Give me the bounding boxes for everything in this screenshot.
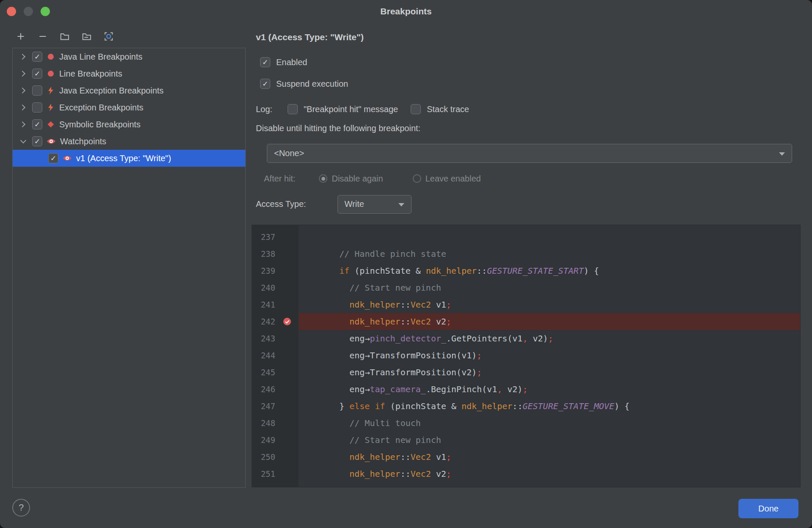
line-number: 238 [261,249,275,258]
code-text: ndk_helper::Vec2 v2; [299,313,800,330]
code-line-239: 239 if (pinchState & ndk_helper::GESTURE… [252,262,800,279]
breakpoint-slot [275,228,299,245]
group-by-file-button[interactable] [57,29,72,44]
chevron-down-icon[interactable] [18,140,29,143]
access-type-select[interactable]: Write [337,195,411,214]
breakpoint-slot [275,279,299,296]
tree-item-label: Symbolic Breakpoints [59,120,140,129]
tree-item-5[interactable]: Watchpoints [13,133,245,150]
code-line-244: 244 eng→TransformPosition(v1); [252,347,800,364]
line-number: 247 [261,402,275,411]
chevron-right-icon[interactable] [18,88,29,93]
access-type-value: Write [345,199,364,209]
tree-item-checkbox[interactable] [32,136,42,146]
tree-item-checkbox[interactable] [32,52,42,62]
code-text: ndk_helper::Vec2 v1; [299,448,800,465]
line-number: 245 [261,368,275,377]
close-button[interactable] [7,7,16,16]
line-number: 243 [261,334,275,343]
chevron-down-icon [779,152,785,156]
stack-trace-checkbox[interactable] [411,104,421,114]
code-preview-editor[interactable]: 237238 // Handle pinch state239 if (pinc… [252,225,801,487]
tree-item-checkbox[interactable] [48,153,58,163]
tree-item-label: Java Exception Breakpoints [59,86,164,96]
eye-icon [63,155,72,162]
chevron-right-icon[interactable] [18,55,29,59]
code-line-238: 238 // Handle pinch state [252,245,800,262]
remove-breakpoint-button[interactable] [35,29,50,44]
tree-item-6[interactable]: v1 (Access Type: "Write") [13,150,245,167]
enabled-row: Enabled [260,56,307,68]
after-hit-options: Disable againLeave enabled [319,174,480,184]
tree-item-checkbox[interactable] [32,119,42,129]
breakpoint-slot [275,364,299,381]
group-by-package-button[interactable] [79,29,94,44]
breakpoints-dialog: Breakpoints Java Line BreakpointsLine Br… [0,0,812,528]
minimize-button[interactable] [24,7,33,16]
after-hit-option-0[interactable]: Disable again [319,174,383,184]
line-number: 250 [261,452,275,462]
tree-item-checkbox[interactable] [32,85,42,96]
tree-item-checkbox[interactable] [32,69,42,79]
titlebar: Breakpoints [0,0,812,23]
disable-until-select[interactable]: <None> [267,144,792,163]
disable-until-value: <None> [274,148,304,158]
code-text: eng→tap_camera_.BeginPinch(v1, v2); [299,381,800,398]
help-button[interactable]: ? [12,499,30,517]
breakpoint-slot [275,245,299,262]
code-text [299,228,800,245]
code-line-249: 249 // Start new pinch [252,432,800,448]
done-button[interactable]: Done [738,499,798,518]
chevron-down-icon [398,203,404,206]
line-number: 242 [261,317,275,326]
line-number: 251 [261,469,275,478]
window-title: Breakpoints [0,0,812,23]
tree-item-4[interactable]: Symbolic Breakpoints [13,116,245,133]
code-line-237: 237 [252,228,800,245]
tree-item-1[interactable]: Line Breakpoints [13,65,245,82]
radio-label: Leave enabled [425,174,481,184]
line-number: 248 [261,418,275,428]
code-text: if (pinchState & ndk_helper::GESTURE_STA… [299,262,800,279]
circle-icon [47,69,55,78]
suspend-execution-label: Suspend execution [276,79,348,89]
tree-item-3[interactable]: Exception Breakpoints [13,99,245,116]
line-number: 237 [261,232,275,242]
group-by-class-button[interactable] [101,29,116,44]
code-text: // Multi touch [299,415,800,432]
line-number: 252 [261,486,275,487]
suspend-row: Suspend execution [260,78,348,90]
chevron-right-icon[interactable] [18,122,29,126]
tree-item-label: Line Breakpoints [59,69,122,79]
code-text: eng→TransformPosition(v2); [299,364,800,381]
breakpoint-hit-message-checkbox[interactable] [288,104,298,114]
breakpoint-slot [275,398,299,415]
tree-item-2[interactable]: Java Exception Breakpoints [13,82,245,99]
code-text: // Handle pinch state [299,245,800,262]
tree-item-0[interactable]: Java Line Breakpoints [13,48,245,65]
breakpoint-slot [275,296,299,313]
chevron-right-icon[interactable] [18,105,29,110]
after-hit-row: After hit: Disable againLeave enabled [264,173,481,184]
breakpoint-slot [275,465,299,482]
access-type-label: Access Type: [256,199,306,209]
code-text: eng→TransformPosition(v1); [299,347,800,364]
breakpoint-slot [275,415,299,432]
tree-item-checkbox[interactable] [32,102,42,113]
breakpoint-slot [275,432,299,448]
radio-icon [413,174,421,183]
enabled-checkbox[interactable] [260,57,270,67]
code-line-240: 240 // Start new pinch [252,279,800,296]
code-line-250: 250 ndk_helper::Vec2 v1; [252,448,800,465]
code-text: } else if (pinchState & ndk_helper::GEST… [299,398,800,415]
chevron-right-icon[interactable] [18,72,29,76]
line-number: 246 [261,385,275,394]
breakpoint-icon[interactable] [275,313,299,330]
suspend-execution-checkbox[interactable] [260,79,270,89]
zoom-button[interactable] [41,7,50,16]
line-number: 249 [261,435,275,445]
after-hit-option-1[interactable]: Leave enabled [413,174,481,184]
breakpoints-tree: Java Line BreakpointsLine BreakpointsJav… [12,48,246,488]
tree-item-label: Java Line Breakpoints [59,52,143,62]
add-breakpoint-button[interactable] [13,29,28,44]
